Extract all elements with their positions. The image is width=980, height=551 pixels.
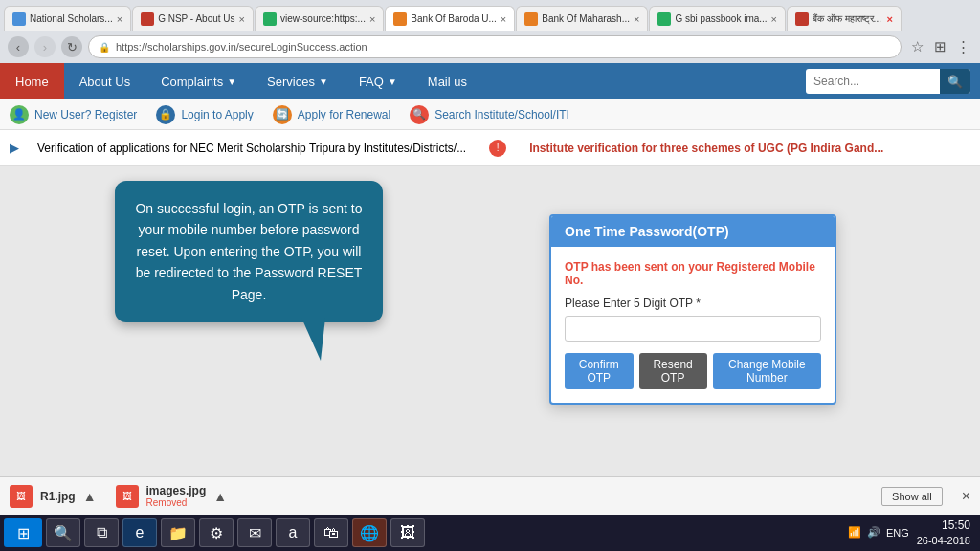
subnav-login-label: Login to Apply: [181, 108, 253, 121]
subnav-register[interactable]: 👤 New User? Register: [10, 105, 137, 124]
renewal-icon: 🔄: [273, 105, 292, 124]
announcement-text: ▶ Verification of applications for NEC M…: [0, 140, 893, 157]
otp-title: One Time Password(OTP): [565, 224, 729, 239]
tab-close-3[interactable]: ×: [369, 13, 375, 25]
nav-search-input[interactable]: [806, 73, 940, 90]
change-mobile-button[interactable]: Change Mobile Number: [713, 353, 821, 389]
tab-2[interactable]: G NSP - About Us ×: [132, 6, 254, 31]
nav-complaints[interactable]: Complaints ▼: [145, 63, 252, 99]
taskbar-search[interactable]: 🔍: [46, 518, 80, 547]
taskbar-settings[interactable]: ⚙: [199, 518, 234, 547]
nav-mail-label: Mail us: [428, 75, 467, 89]
tab-7[interactable]: बैंक ऑफ महाराष्ट्र... ×: [787, 6, 902, 31]
tab-close-6[interactable]: ×: [771, 13, 777, 25]
subnav-search-label: Search Institute/School/ITI: [434, 108, 569, 121]
tab-6[interactable]: G sbi passbook ima... ×: [649, 6, 786, 31]
address-bar[interactable]: 🔒 https://scholarships.gov.in/secureLogi…: [88, 35, 902, 58]
announcement-bar: ▶ Verification of applications for NEC M…: [0, 130, 980, 166]
taskbar-edge[interactable]: e: [122, 518, 157, 547]
address-bar-row: ‹ › ↻ 🔒 https://scholarships.gov.in/secu…: [0, 31, 980, 63]
subnav-login[interactable]: 🔒 Login to Apply: [156, 105, 253, 124]
network-icon: 📶: [848, 526, 861, 539]
nav-search-bar: 🔍: [806, 69, 970, 94]
nav-about-label: About Us: [79, 75, 130, 89]
address-text: https://scholarships.gov.in/secureLoginS…: [116, 41, 368, 53]
search-institute-icon: 🔍: [410, 105, 429, 124]
tab-4[interactable]: Bank Of Baroda U... ×: [385, 6, 515, 31]
lang-indicator: ENG: [886, 527, 909, 539]
subnav-renewal-label: Apply for Renewal: [298, 108, 390, 121]
download-name-1: R1.jpg: [40, 490, 76, 503]
taskbar: ⊞ 🔍 ⧉ e 📁 ⚙ ✉ a 🛍 🌐 🖼 📶 🔊 ENG 15:50 26-0…: [0, 515, 980, 551]
forward-button[interactable]: ›: [34, 36, 56, 57]
confirm-otp-button[interactable]: Confirm OTP: [565, 353, 634, 389]
browser-actions: ☆ ⊞ ⋮: [907, 38, 972, 55]
back-button[interactable]: ‹: [8, 36, 29, 57]
download-item-2: 🖼 images.jpg Removed ▲: [116, 484, 228, 508]
menu-button[interactable]: ⋮: [953, 38, 972, 55]
tooltip-text: On successful login, an OTP is sent to y…: [135, 201, 362, 302]
download-info-2: images.jpg Removed: [146, 484, 207, 508]
start-button[interactable]: ⊞: [4, 518, 42, 547]
otp-modal: One Time Password(OTP) OTP has been sent…: [549, 214, 836, 405]
download-expand-2[interactable]: ▲: [213, 489, 227, 504]
show-all-downloads-button[interactable]: Show all: [881, 487, 943, 506]
tab-favicon-6: [657, 12, 671, 26]
tab-close-7[interactable]: ×: [887, 13, 893, 25]
services-arrow-icon: ▼: [319, 77, 328, 87]
download-expand-1[interactable]: ▲: [83, 489, 97, 504]
secure-icon: 🔒: [99, 42, 110, 53]
taskbar-task-view[interactable]: ⧉: [84, 518, 119, 547]
nav-mail[interactable]: Mail us: [412, 63, 482, 99]
nav-search-button[interactable]: 🔍: [940, 69, 970, 94]
tab-title-2: G NSP - About Us: [158, 13, 234, 24]
taskbar-files[interactable]: 📁: [161, 518, 195, 547]
nav-complaints-label: Complaints: [161, 75, 223, 89]
tab-close-4[interactable]: ×: [501, 13, 506, 25]
download-info-1: R1.jpg: [40, 490, 76, 503]
taskbar-mail[interactable]: ✉: [237, 518, 272, 547]
otp-input-label: Please Enter 5 Digit OTP *: [565, 297, 821, 310]
tab-3[interactable]: view-source:https:... ×: [255, 6, 384, 31]
tab-title-1: National Scholars...: [30, 13, 113, 24]
download-name-2: images.jpg: [146, 484, 207, 497]
taskbar-time-display: 15:50: [917, 518, 970, 534]
tab-close-5[interactable]: ×: [634, 13, 639, 25]
download-icon-2: 🖼: [116, 485, 139, 508]
tooltip-container: On successful login, an OTP is sent to y…: [115, 181, 383, 322]
bookmark-button[interactable]: ☆: [907, 38, 926, 55]
subnav-search-institute[interactable]: 🔍 Search Institute/School/ITI: [410, 105, 569, 124]
download-icon-1: 🖼: [10, 485, 33, 508]
taskbar-photos[interactable]: 🖼: [390, 518, 425, 547]
tab-close-1[interactable]: ×: [117, 13, 122, 25]
tab-title-7: बैंक ऑफ महाराष्ट्र...: [813, 13, 883, 25]
otp-buttons: Confirm OTP Resend OTP Change Mobile Num…: [565, 353, 821, 389]
nav-services-label: Services: [267, 75, 315, 89]
subnav-renewal[interactable]: 🔄 Apply for Renewal: [273, 105, 390, 124]
tab-1[interactable]: National Scholars... ×: [4, 6, 131, 31]
tab-favicon-5: [524, 12, 538, 26]
close-download-bar-button[interactable]: ×: [962, 488, 970, 505]
resend-otp-button[interactable]: Resend OTP: [639, 353, 707, 389]
nav-about[interactable]: About Us: [64, 63, 145, 99]
otp-sent-message: OTP has been sent on your Registered Mob…: [565, 260, 821, 287]
subnav-register-label: New User? Register: [34, 108, 137, 121]
taskbar-amazon[interactable]: a: [276, 518, 310, 547]
announcement-2: Institute verification for three schemes…: [529, 142, 883, 155]
reload-button[interactable]: ↻: [61, 36, 82, 57]
login-icon: 🔒: [156, 105, 175, 124]
extensions-button[interactable]: ⊞: [930, 38, 949, 55]
otp-input-field[interactable]: [565, 316, 821, 342]
nav-services[interactable]: Services ▼: [252, 63, 344, 99]
download-item-1: 🖼 R1.jpg ▲: [10, 485, 97, 508]
tab-favicon-3: [263, 12, 277, 26]
announcement-arrow-icon: ▶: [10, 142, 18, 155]
taskbar-chrome[interactable]: 🌐: [352, 518, 387, 547]
nav-home[interactable]: Home: [0, 63, 64, 99]
tab-favicon-7: [795, 12, 809, 26]
taskbar-store[interactable]: 🛍: [314, 518, 348, 547]
tab-5[interactable]: Bank Of Maharash... ×: [516, 6, 648, 31]
download-bar: 🖼 R1.jpg ▲ 🖼 images.jpg Removed ▲ Show a…: [0, 476, 980, 515]
nav-faq[interactable]: FAQ ▼: [344, 63, 412, 99]
tab-close-2[interactable]: ×: [239, 13, 245, 25]
